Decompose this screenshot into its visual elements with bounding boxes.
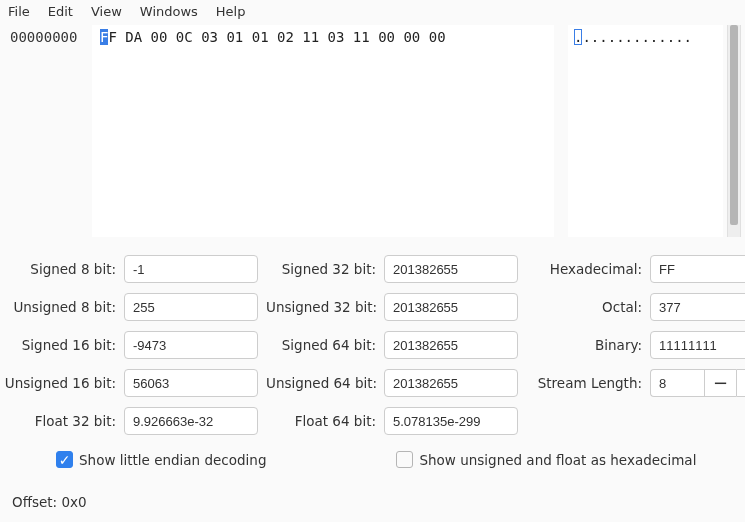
field-signed-32[interactable] <box>384 255 518 283</box>
label-stream-length: Stream Length: <box>526 375 642 391</box>
field-float-32[interactable] <box>124 407 258 435</box>
field-float-64[interactable] <box>384 407 518 435</box>
menu-file[interactable]: File <box>8 4 30 19</box>
minus-icon[interactable]: − <box>704 369 736 397</box>
options-row: ✓ Show little endian decoding Show unsig… <box>0 435 745 468</box>
label-signed-16: Signed 16 bit: <box>4 337 116 353</box>
label-unsigned-32: Unsigned 32 bit: <box>266 299 376 315</box>
offset-value: 0x0 <box>61 494 86 510</box>
label-unsigned-16: Unsigned 16 bit: <box>4 375 116 391</box>
label-hex: Hexadecimal: <box>526 261 642 277</box>
hex-view[interactable]: 00000000 FF DA 00 0C 03 01 01 02 11 03 1… <box>0 25 745 237</box>
menu-view[interactable]: View <box>91 4 122 19</box>
field-signed-16[interactable] <box>124 331 258 359</box>
stream-length-stepper: − + <box>650 369 745 397</box>
field-unsigned-64[interactable] <box>384 369 518 397</box>
hex-bytes-row[interactable]: F DA 00 0C 03 01 01 02 11 03 11 00 00 00 <box>108 29 445 45</box>
menu-edit[interactable]: Edit <box>48 4 73 19</box>
field-signed-8[interactable] <box>124 255 258 283</box>
label-signed-8: Signed 8 bit: <box>4 261 116 277</box>
label-unsigned-8: Unsigned 8 bit: <box>4 299 116 315</box>
hex-ascii-row[interactable]: ............. <box>582 29 692 45</box>
label-binary: Binary: <box>526 337 642 353</box>
label-signed-32: Signed 32 bit: <box>266 261 376 277</box>
label-float-64: Float 64 bit: <box>266 413 376 429</box>
field-octal[interactable] <box>650 293 745 321</box>
field-stream-length[interactable] <box>650 369 704 397</box>
field-signed-64[interactable] <box>384 331 518 359</box>
menubar: File Edit View Windows Help <box>0 0 745 25</box>
field-hex[interactable] <box>650 255 745 283</box>
label-octal: Octal: <box>526 299 642 315</box>
label-unsigned-64: Unsigned 64 bit: <box>266 375 376 391</box>
menu-help[interactable]: Help <box>216 4 246 19</box>
field-binary[interactable] <box>650 331 745 359</box>
menu-windows[interactable]: Windows <box>140 4 198 19</box>
offset-label: Offset: <box>12 494 57 510</box>
checkbox-little-endian[interactable]: ✓ Show little endian decoding <box>56 451 266 468</box>
checkbox-unsigned-hex-label: Show unsigned and float as hexadecimal <box>419 452 696 468</box>
hex-ascii-pane[interactable]: .............. <box>568 25 723 237</box>
hex-offset-gutter: 00000000 <box>4 25 92 237</box>
field-unsigned-8[interactable] <box>124 293 258 321</box>
label-float-32: Float 32 bit: <box>4 413 116 429</box>
field-unsigned-16[interactable] <box>124 369 258 397</box>
field-unsigned-32[interactable] <box>384 293 518 321</box>
hex-scrollbar[interactable] <box>727 25 741 237</box>
hex-scrollbar-thumb[interactable] <box>730 25 738 225</box>
checkbox-little-endian-label: Show little endian decoding <box>79 452 266 468</box>
checkbox-unsigned-hex[interactable]: Show unsigned and float as hexadecimal <box>396 451 696 468</box>
plus-icon[interactable]: + <box>736 369 745 397</box>
check-icon: ✓ <box>56 451 73 468</box>
hex-bytes-pane[interactable]: FF DA 00 0C 03 01 01 02 11 03 11 00 00 0… <box>92 25 568 237</box>
decode-grid: Signed 8 bit: Signed 32 bit: Hexadecimal… <box>0 237 745 435</box>
label-signed-64: Signed 64 bit: <box>266 337 376 353</box>
offset-status: Offset: 0x0 <box>0 468 745 510</box>
unchecked-box-icon <box>396 451 413 468</box>
